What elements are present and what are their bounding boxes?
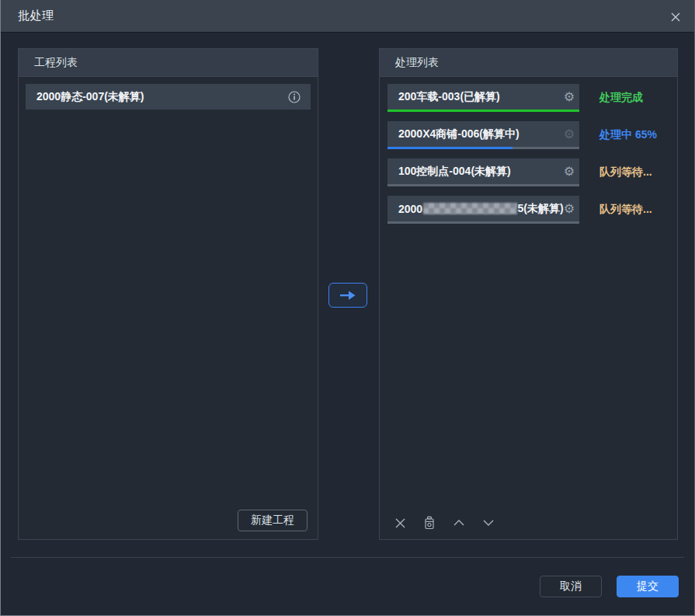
process-item-name-suffix: 5(未解算) — [518, 202, 564, 216]
project-list-header: 工程列表 — [19, 49, 318, 77]
process-list-header: 处理列表 — [380, 49, 677, 77]
process-item[interactable]: 2000X4商铺-006(解算中) ⚙ — [387, 121, 579, 149]
transfer-right-button[interactable] — [328, 283, 367, 308]
project-row[interactable]: 2000静态-007(未解算) — [26, 84, 311, 110]
process-item-name: 100控制点-004(未解算) — [398, 165, 511, 179]
process-item-name-prefix: 2000 — [398, 203, 422, 215]
cancel-button[interactable]: 取消 — [540, 576, 602, 597]
status-label: 处理中 65% — [599, 128, 657, 142]
process-list-panel: 处理列表 200车载-003(已解算) ⚙ 处理完成 2000X4商铺-00 — [379, 48, 678, 540]
new-project-button[interactable]: 新建工程 — [238, 510, 308, 531]
process-entry: 100控制点-004(未解算) ⚙ 队列等待... — [387, 158, 677, 186]
gear-icon[interactable]: ⚙ — [564, 91, 575, 103]
delete-trash-icon[interactable] — [422, 516, 436, 530]
process-item[interactable]: 100控制点-004(未解算) ⚙ — [387, 158, 579, 186]
titlebar: 批处理 — [1, 0, 694, 33]
remove-icon[interactable] — [393, 516, 407, 530]
status-label: 处理完成 — [599, 91, 643, 105]
move-up-icon[interactable] — [452, 516, 466, 530]
gear-icon[interactable]: ⚙ — [564, 165, 575, 178]
progress-fill — [387, 110, 579, 112]
process-item[interactable]: 20005(未解算) ⚙ — [387, 196, 579, 224]
status-label: 队列等待... — [599, 203, 652, 217]
project-list-panel: 工程列表 2000静态-007(未解算) 新建工程 — [18, 48, 318, 540]
process-item-name: 2000X4商铺-006(解算中) — [398, 127, 520, 141]
progress-fill — [387, 147, 513, 149]
process-list: 200车载-003(已解算) ⚙ 处理完成 2000X4商铺-006(解算中) … — [380, 77, 677, 224]
status-label: 队列等待... — [599, 165, 652, 179]
submit-button[interactable]: 提交 — [617, 576, 679, 597]
gear-icon[interactable]: ⚙ — [564, 128, 575, 141]
dialog-title: 批处理 — [18, 9, 54, 23]
progress-track — [387, 110, 579, 112]
process-entry: 2000X4商铺-006(解算中) ⚙ 处理中 65% — [387, 121, 677, 149]
process-entry: 20005(未解算) ⚙ 队列等待... — [387, 196, 677, 224]
project-list-title: 工程列表 — [34, 56, 78, 70]
progress-track — [387, 221, 579, 224]
process-item-name: 200车载-003(已解算) — [398, 90, 500, 104]
list-toolbar — [393, 516, 495, 530]
footer-divider — [11, 557, 684, 558]
process-entry: 200车载-003(已解算) ⚙ 处理完成 — [387, 84, 677, 112]
process-list-title: 处理列表 — [395, 56, 439, 70]
close-icon[interactable] — [668, 9, 683, 25]
redacted-blur — [423, 203, 516, 214]
progress-track — [387, 147, 579, 149]
progress-track — [387, 184, 579, 186]
batch-process-dialog: 批处理 工程列表 2000静态-007(未解算) 新建工程 — [0, 0, 695, 616]
process-item[interactable]: 200车载-003(已解算) ⚙ — [387, 84, 579, 112]
project-name: 2000静态-007(未解算) — [36, 90, 144, 104]
move-down-icon[interactable] — [481, 516, 495, 530]
info-icon[interactable] — [287, 90, 301, 104]
gear-icon[interactable]: ⚙ — [564, 203, 575, 215]
arrow-right-icon — [339, 290, 357, 301]
